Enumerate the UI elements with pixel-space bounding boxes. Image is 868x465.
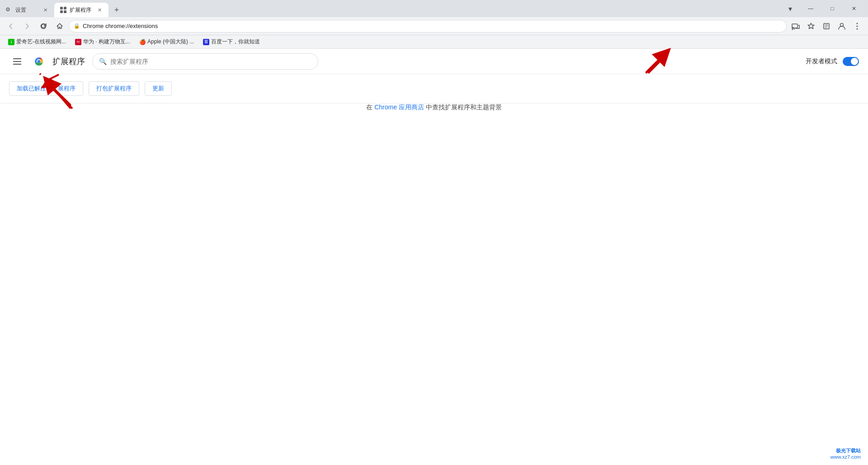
more-button[interactable] (850, 19, 864, 33)
bookmark-star-button[interactable] (804, 19, 818, 33)
developer-mode-section: 开发者模式 (806, 57, 859, 66)
new-tab-button[interactable]: + (110, 4, 123, 16)
watermark-site: 极光下载站 (830, 447, 861, 454)
chrome-logo (33, 55, 45, 68)
bookmark-apple-label: Apple (中国大陆) ... (147, 38, 194, 46)
iqiyi-favicon: i (8, 39, 14, 45)
svg-point-9 (857, 25, 858, 27)
watermark: 极光下载站 www.xz7.com (830, 447, 861, 460)
svg-rect-1 (64, 7, 66, 9)
developer-mode-toggle[interactable] (843, 57, 859, 66)
tab-extensions[interactable]: 扩展程序 ✕ (54, 3, 108, 17)
huawei-favicon: H (75, 39, 81, 45)
extensions-tab-title: 扩展程序 (70, 6, 93, 14)
svg-point-5 (792, 29, 793, 30)
pack-extension-button[interactable]: 打包扩展程序 (89, 81, 139, 96)
maximize-button[interactable]: □ (822, 1, 843, 16)
bookmark-iqiyi-label: 爱奇艺-在线视频网... (16, 38, 66, 46)
extensions-tab-favicon (60, 6, 67, 14)
page-content: 扩展程序 🔍 开发者模式 加载已解压的扩展程序 打包扩展程序 更新 在 (0, 49, 868, 112)
tab-strip: ⚙ 设置 ✕ 扩展程序 ✕ + (0, 0, 784, 17)
empty-text-before: 在 (366, 103, 373, 111)
empty-text-after: 中查找扩展程序和主题背景 (426, 103, 502, 111)
bookmark-apple[interactable]: 🍎 Apple (中国大陆) ... (136, 37, 198, 47)
navigation-bar: 🔒 Chrome chrome://extensions (0, 17, 868, 35)
search-icon: 🔍 (99, 58, 107, 65)
search-input[interactable] (110, 58, 311, 65)
close-button[interactable]: ✕ (844, 1, 864, 16)
extensions-header: 扩展程序 🔍 开发者模式 (0, 49, 868, 74)
bookmark-baidu-label: 百度一下，你就知道 (211, 38, 260, 46)
settings-tab-close[interactable]: ✕ (42, 6, 49, 14)
settings-tab-title: 设置 (15, 6, 39, 14)
cast-button[interactable] (788, 19, 803, 33)
bookmark-huawei[interactable]: H 华为 · 构建万物互... (71, 37, 134, 47)
apple-favicon: 🍎 (139, 39, 146, 45)
window-controls: — □ ✕ (797, 0, 868, 17)
home-button[interactable] (52, 19, 67, 33)
svg-rect-0 (60, 7, 63, 9)
update-button[interactable]: 更新 (145, 81, 172, 96)
address-chrome-text: Chrome (83, 23, 104, 29)
svg-point-8 (857, 23, 858, 24)
extensions-toolbar: 加载已解压的扩展程序 打包扩展程序 更新 (0, 74, 868, 103)
nav-action-buttons (788, 19, 864, 33)
settings-tab-favicon: ⚙ (5, 6, 13, 14)
address-lock-icon: 🔒 (74, 23, 80, 29)
load-unpacked-button[interactable]: 加载已解压的扩展程序 (9, 81, 83, 96)
bookmark-iqiyi[interactable]: i 爱奇艺-在线视频网... (5, 37, 70, 47)
extensions-main-area: 在 Chrome 应用商店 中查找扩展程序和主题背景 (0, 103, 868, 112)
hamburger-menu-button[interactable] (9, 53, 25, 70)
svg-point-10 (857, 28, 858, 29)
reader-mode-button[interactable] (819, 19, 834, 33)
address-bar[interactable]: 🔒 Chrome chrome://extensions (69, 20, 787, 33)
svg-rect-3 (64, 10, 66, 13)
address-url-text: Chrome chrome://extensions (83, 23, 782, 29)
minimize-button[interactable]: — (800, 1, 821, 16)
back-button[interactable] (4, 19, 18, 33)
baidu-favicon: 百 (203, 39, 209, 45)
extensions-tab-close[interactable]: ✕ (96, 6, 103, 14)
tab-dropdown-button[interactable]: ▾ (784, 0, 797, 17)
page-title: 扩展程序 (52, 56, 85, 67)
bookmarks-bar: i 爱奇艺-在线视频网... H 华为 · 构建万物互... 🍎 Apple (… (0, 35, 868, 49)
address-full-url: chrome://extensions (105, 23, 158, 29)
developer-mode-label: 开发者模式 (806, 57, 837, 66)
watermark-url: www.xz7.com (830, 454, 861, 460)
chrome-webstore-link[interactable]: Chrome 应用商店 (374, 103, 424, 111)
tab-settings[interactable]: ⚙ 设置 ✕ (0, 3, 54, 17)
svg-rect-2 (60, 10, 63, 13)
search-box[interactable]: 🔍 (92, 53, 318, 70)
profile-button[interactable] (835, 19, 849, 33)
title-bar: ⚙ 设置 ✕ 扩展程序 ✕ + ▾ (0, 0, 868, 17)
bookmark-baidu[interactable]: 百 百度一下，你就知道 (199, 37, 264, 47)
refresh-button[interactable] (36, 19, 51, 33)
bookmark-huawei-label: 华为 · 构建万物互... (83, 38, 130, 46)
forward-button[interactable] (20, 19, 34, 33)
empty-state-message: 在 Chrome 应用商店 中查找扩展程序和主题背景 (366, 103, 501, 112)
